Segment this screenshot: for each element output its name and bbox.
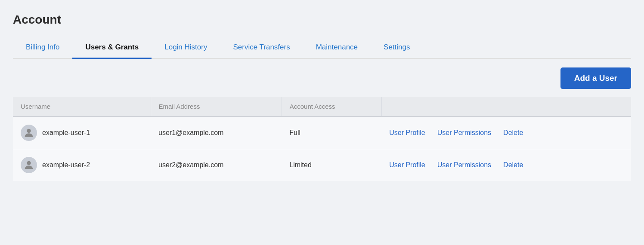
toolbar: Add a User [13, 67, 631, 89]
action-delete-row-0[interactable]: Delete [503, 129, 523, 137]
users-table: Username Email Address Account Access ex… [13, 97, 631, 181]
tab-users-grants[interactable]: Users & Grants [72, 37, 152, 59]
avatar [21, 157, 37, 173]
cell-username: example-user-2 [13, 149, 151, 181]
action-user-profile-row-1[interactable]: User Profile [389, 161, 425, 169]
tab-settings[interactable]: Settings [371, 37, 423, 59]
tab-content-users-grants: Add a User Username Email Address Accoun… [13, 59, 631, 181]
cell-actions: User ProfileUser PermissionsDelete [381, 116, 631, 149]
tab-login-history[interactable]: Login History [152, 37, 220, 59]
col-header-actions [381, 97, 631, 116]
col-header-username: Username [13, 97, 151, 116]
cell-username: example-user-1 [13, 116, 151, 149]
cell-email: user2@example.com [151, 149, 282, 181]
action-user-permissions-row-1[interactable]: User Permissions [437, 161, 491, 169]
cell-access: Limited [282, 149, 381, 181]
svg-point-1 [27, 161, 31, 165]
action-user-permissions-row-0[interactable]: User Permissions [437, 129, 491, 137]
username-text: example-user-1 [42, 129, 90, 137]
cell-access: Full [282, 116, 381, 149]
table-row: example-user-2 user2@example.comLimitedU… [13, 149, 631, 181]
tab-billing-info[interactable]: Billing Info [13, 37, 72, 59]
cell-actions: User ProfileUser PermissionsDelete [381, 149, 631, 181]
tab-service-transfers[interactable]: Service Transfers [220, 37, 303, 59]
action-user-profile-row-0[interactable]: User Profile [389, 129, 425, 137]
username-text: example-user-2 [42, 161, 90, 169]
tab-bar: Billing Info Users & Grants Login Histor… [13, 37, 631, 59]
avatar [21, 125, 37, 141]
svg-point-0 [27, 129, 31, 133]
tab-maintenance[interactable]: Maintenance [303, 37, 371, 59]
table-row: example-user-1 user1@example.comFullUser… [13, 116, 631, 149]
page-title: Account [13, 13, 631, 27]
cell-email: user1@example.com [151, 116, 282, 149]
col-header-email: Email Address [151, 97, 282, 116]
col-header-access: Account Access [282, 97, 381, 116]
action-delete-row-1[interactable]: Delete [503, 161, 523, 169]
table-header-row: Username Email Address Account Access [13, 97, 631, 116]
add-user-button[interactable]: Add a User [560, 67, 631, 89]
